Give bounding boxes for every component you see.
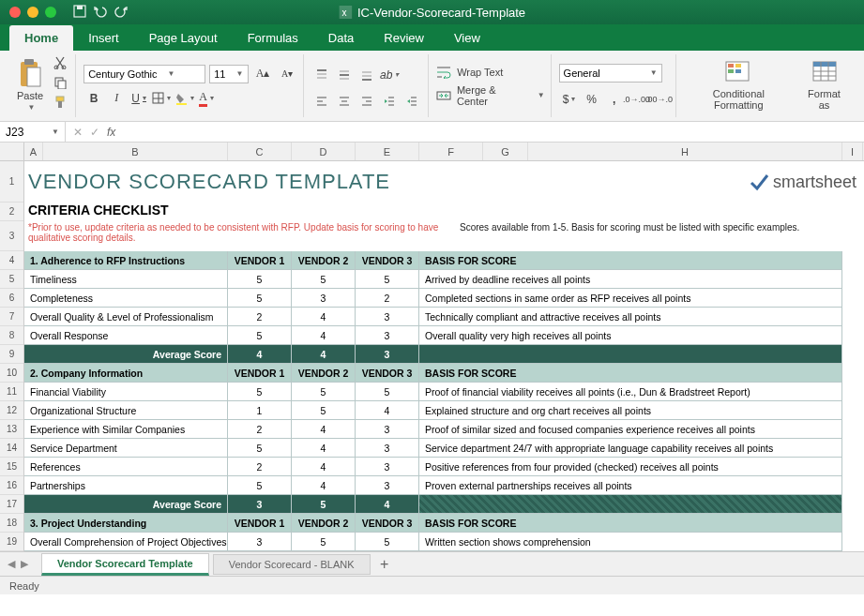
score-cell[interactable]: 4 xyxy=(292,326,356,344)
col-header[interactable]: B xyxy=(43,143,228,160)
increase-font-icon[interactable]: A▴ xyxy=(252,65,273,83)
score-cell[interactable]: 2 xyxy=(228,420,292,438)
tab-review[interactable]: Review xyxy=(369,25,439,51)
score-cell[interactable]: 4 xyxy=(292,476,356,494)
score-cell[interactable]: 3 xyxy=(356,458,419,475)
criteria-cell[interactable]: Organizational Structure xyxy=(24,401,228,419)
minimize-window-icon[interactable] xyxy=(27,7,38,18)
add-sheet-button[interactable]: + xyxy=(374,554,395,575)
score-cell[interactable]: 5 xyxy=(292,533,356,550)
score-cell[interactable]: 3 xyxy=(356,439,419,457)
row-header[interactable]: 6 xyxy=(0,289,23,308)
row-header[interactable]: 17 xyxy=(0,495,23,514)
col-header[interactable]: D xyxy=(292,143,356,160)
sheet-nav-next-icon[interactable]: ▶ xyxy=(21,558,28,570)
merge-center-button[interactable]: Merge & Center▼ xyxy=(436,84,544,107)
close-window-icon[interactable] xyxy=(9,7,21,18)
format-as-table-button[interactable]: Format as xyxy=(797,54,851,114)
increase-indent-icon[interactable] xyxy=(402,92,422,111)
formula-input[interactable] xyxy=(123,122,864,142)
cancel-formula-icon[interactable]: ✕ xyxy=(73,126,83,139)
score-cell[interactable]: 4 xyxy=(292,308,356,325)
criteria-cell[interactable]: Service Department xyxy=(24,439,228,457)
score-cell[interactable]: 5 xyxy=(228,383,292,400)
percent-icon[interactable]: % xyxy=(582,90,602,109)
score-cell[interactable]: 2 xyxy=(356,289,419,307)
criteria-cell[interactable]: Timeliness xyxy=(24,270,228,288)
increase-decimal-icon[interactable]: .0→.00 xyxy=(627,90,647,109)
criteria-cell[interactable]: Financial Viability xyxy=(24,383,228,400)
score-cell[interactable]: 5 xyxy=(228,326,292,344)
row-header[interactable]: 1 xyxy=(0,161,23,203)
row-header[interactable]: 3 xyxy=(0,221,23,251)
score-cell[interactable]: 5 xyxy=(228,439,292,457)
align-bottom-icon[interactable] xyxy=(356,66,377,84)
conditional-formatting-button[interactable]: Conditional Formatting xyxy=(684,54,794,114)
basis-cell[interactable]: Proof of financial viability receives al… xyxy=(419,383,842,400)
format-painter-icon[interactable] xyxy=(51,94,69,111)
align-middle-icon[interactable] xyxy=(334,66,355,84)
tab-insert[interactable]: Insert xyxy=(73,25,134,51)
row-header[interactable]: 13 xyxy=(0,420,23,439)
wrap-text-button[interactable]: Wrap Text xyxy=(436,66,503,79)
basis-cell[interactable]: Proven external partnerships receives al… xyxy=(419,476,842,494)
row-header[interactable]: 16 xyxy=(0,476,23,495)
basis-cell[interactable]: Explained structure and org chart receiv… xyxy=(419,401,842,419)
decrease-font-icon[interactable]: A▾ xyxy=(277,65,297,83)
border-button[interactable]: ▾ xyxy=(151,89,172,108)
col-header[interactable]: G xyxy=(483,143,528,160)
tab-page-layout[interactable]: Page Layout xyxy=(134,25,233,51)
row-header[interactable]: 15 xyxy=(0,458,23,476)
save-icon[interactable] xyxy=(73,5,86,21)
align-top-icon[interactable] xyxy=(311,66,332,84)
criteria-cell[interactable]: References xyxy=(24,458,228,475)
decrease-indent-icon[interactable] xyxy=(379,92,400,111)
font-color-button[interactable]: A▾ xyxy=(196,89,217,108)
align-left-icon[interactable] xyxy=(311,92,332,111)
font-size-select[interactable]: 11▼ xyxy=(209,65,249,83)
row-header[interactable]: 14 xyxy=(0,439,23,458)
basis-cell[interactable]: Completed sections in same order as RFP … xyxy=(419,289,842,307)
tab-data[interactable]: Data xyxy=(313,25,369,51)
sheet-tab[interactable]: Vendor Scorecard - BLANK xyxy=(213,554,371,575)
score-cell[interactable]: 3 xyxy=(292,289,356,307)
basis-cell[interactable]: Positive references from four provided (… xyxy=(419,458,842,475)
criteria-cell[interactable]: Overall Quality & Level of Professionali… xyxy=(24,308,228,325)
score-cell[interactable]: 3 xyxy=(356,420,419,438)
orientation-icon[interactable]: ab▾ xyxy=(379,66,400,84)
score-cell[interactable]: 4 xyxy=(292,458,356,475)
basis-cell[interactable]: Written section shows comprehension xyxy=(419,533,842,550)
basis-cell[interactable]: Proof of similar sized and focused compa… xyxy=(419,420,842,438)
name-box[interactable]: J23▼ xyxy=(0,122,66,142)
italic-button[interactable]: I xyxy=(106,89,127,108)
criteria-cell[interactable]: Overall Response xyxy=(24,326,228,344)
sheet-nav-prev-icon[interactable]: ◀ xyxy=(8,558,15,570)
criteria-cell[interactable]: Partnerships xyxy=(24,476,228,494)
row-header[interactable]: 19 xyxy=(0,533,23,551)
cut-icon[interactable] xyxy=(51,54,69,71)
score-cell[interactable]: 4 xyxy=(292,439,356,457)
score-cell[interactable]: 3 xyxy=(228,533,292,550)
col-header[interactable]: I xyxy=(842,143,863,160)
criteria-cell[interactable]: Overall Comprehension of Project Objecti… xyxy=(24,533,228,550)
score-cell[interactable]: 1 xyxy=(228,401,292,419)
paste-button[interactable]: Paste▼ xyxy=(13,54,47,115)
score-cell[interactable]: 5 xyxy=(228,476,292,494)
col-header[interactable]: E xyxy=(356,143,419,160)
tab-home[interactable]: Home xyxy=(9,25,73,51)
row-header[interactable]: 10 xyxy=(0,364,23,383)
score-cell[interactable]: 5 xyxy=(292,401,356,419)
score-cell[interactable]: 5 xyxy=(356,383,419,400)
row-header[interactable]: 8 xyxy=(0,326,23,345)
criteria-cell[interactable]: Experience with Similar Companies xyxy=(24,420,228,438)
score-cell[interactable]: 4 xyxy=(292,420,356,438)
decrease-decimal-icon[interactable]: .00→.0 xyxy=(649,90,670,109)
row-header[interactable]: 12 xyxy=(0,401,23,420)
zoom-window-icon[interactable] xyxy=(45,7,56,18)
col-header[interactable]: F xyxy=(419,143,483,160)
worksheet[interactable]: VENDOR SCORECARD TEMPLATE smartsheet CRI… xyxy=(24,161,864,551)
fx-icon[interactable]: fx xyxy=(107,126,115,139)
bold-button[interactable]: B xyxy=(83,89,104,108)
currency-icon[interactable]: $▾ xyxy=(559,90,580,109)
row-header[interactable]: 18 xyxy=(0,514,23,533)
